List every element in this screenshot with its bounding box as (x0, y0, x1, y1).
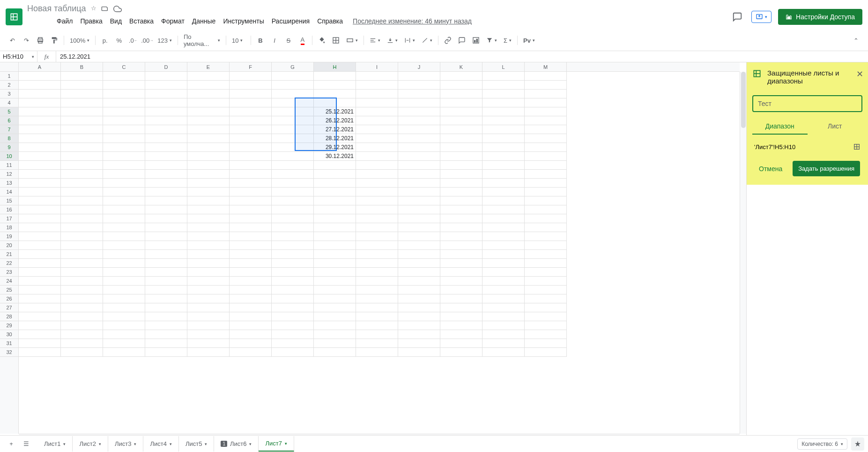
cell[interactable] (187, 188, 230, 196)
cell[interactable] (314, 81, 356, 90)
paint-format-icon[interactable] (48, 34, 61, 46)
cell[interactable] (482, 134, 525, 143)
cell[interactable] (314, 98, 356, 107)
cell[interactable] (440, 170, 482, 179)
cell[interactable] (103, 143, 145, 152)
row-header[interactable]: 1 (0, 72, 18, 81)
cell[interactable] (230, 339, 272, 348)
cell[interactable] (398, 223, 440, 232)
cell[interactable] (314, 277, 356, 286)
cell[interactable] (187, 72, 230, 81)
cell[interactable] (61, 143, 103, 152)
cell[interactable] (187, 348, 230, 357)
cell[interactable]: 26.12.2021 (314, 116, 356, 125)
cell[interactable] (356, 286, 398, 294)
cell[interactable] (356, 223, 398, 232)
cell[interactable]: 27.12.2021 (314, 125, 356, 134)
cell[interactable] (398, 312, 440, 321)
cell[interactable] (103, 205, 145, 214)
row-header[interactable]: 31 (0, 339, 18, 348)
menu-format[interactable]: Формат (158, 15, 188, 27)
cell[interactable] (440, 223, 482, 232)
cell[interactable] (272, 179, 314, 188)
cell[interactable] (398, 98, 440, 107)
cell[interactable] (61, 232, 103, 241)
star-icon[interactable]: ☆ (91, 5, 96, 13)
cell[interactable] (482, 214, 525, 223)
menu-extensions[interactable]: Расширения (268, 15, 313, 27)
cell[interactable] (314, 205, 356, 214)
cell[interactable] (103, 98, 145, 107)
row-header[interactable]: 3 (0, 90, 18, 98)
row-header[interactable]: 16 (0, 205, 18, 214)
cell[interactable] (230, 214, 272, 223)
cell[interactable] (187, 330, 230, 339)
cell[interactable] (356, 312, 398, 321)
cell[interactable] (272, 152, 314, 161)
add-sheet-icon[interactable]: + (4, 437, 19, 441)
menu-tools[interactable]: Инструменты (220, 15, 267, 27)
column-header[interactable]: J (398, 62, 440, 71)
cell[interactable] (230, 196, 272, 205)
cell[interactable] (272, 321, 314, 330)
cell[interactable] (440, 250, 482, 259)
cell[interactable] (187, 250, 230, 259)
cell[interactable] (272, 286, 314, 294)
cell[interactable] (103, 152, 145, 161)
sheet-tab[interactable]: Лист3▾ (108, 436, 143, 440)
cell[interactable] (314, 214, 356, 223)
cell[interactable] (482, 107, 525, 116)
cell[interactable] (103, 232, 145, 241)
cell[interactable] (230, 98, 272, 107)
cell[interactable] (440, 303, 482, 312)
cell[interactable] (440, 268, 482, 277)
cell[interactable] (440, 321, 482, 330)
cell[interactable] (440, 134, 482, 143)
cell[interactable] (398, 143, 440, 152)
cell[interactable] (61, 312, 103, 321)
cell[interactable] (272, 294, 314, 303)
cell[interactable] (525, 170, 567, 179)
cell[interactable] (145, 223, 187, 232)
cell[interactable] (314, 72, 356, 81)
cell[interactable] (314, 90, 356, 98)
cell[interactable] (525, 330, 567, 339)
cell[interactable] (482, 116, 525, 125)
cell[interactable] (145, 170, 187, 179)
cell[interactable] (356, 143, 398, 152)
cell[interactable] (525, 116, 567, 125)
cell[interactable] (398, 90, 440, 98)
menu-edit[interactable]: Правка (77, 15, 105, 27)
cell[interactable] (187, 339, 230, 348)
cell[interactable] (272, 161, 314, 170)
v-align-dropdown[interactable]: ▾ (384, 36, 401, 45)
cell[interactable] (272, 259, 314, 268)
cell[interactable] (398, 196, 440, 205)
cell[interactable] (440, 205, 482, 214)
cell[interactable] (356, 188, 398, 196)
sheet-tab[interactable]: Лист7▾ (259, 436, 294, 440)
column-header[interactable]: G (272, 62, 314, 71)
row-header[interactable]: 14 (0, 188, 18, 196)
cell[interactable] (525, 107, 567, 116)
cell[interactable] (187, 143, 230, 152)
cell[interactable] (525, 188, 567, 196)
row-header[interactable]: 27 (0, 303, 18, 312)
cell[interactable] (230, 250, 272, 259)
cell[interactable] (145, 312, 187, 321)
cell[interactable] (61, 134, 103, 143)
cell[interactable] (230, 286, 272, 294)
cell[interactable] (103, 268, 145, 277)
select-all-corner[interactable] (0, 62, 19, 72)
cell[interactable] (61, 179, 103, 188)
cell[interactable] (398, 152, 440, 161)
cell[interactable] (145, 250, 187, 259)
cell[interactable] (187, 303, 230, 312)
cell[interactable] (356, 125, 398, 134)
row-header[interactable]: 30 (0, 330, 18, 339)
cell[interactable] (314, 188, 356, 196)
cell[interactable] (230, 188, 272, 196)
cell[interactable] (145, 241, 187, 250)
cell[interactable] (145, 339, 187, 348)
cell[interactable] (525, 286, 567, 294)
